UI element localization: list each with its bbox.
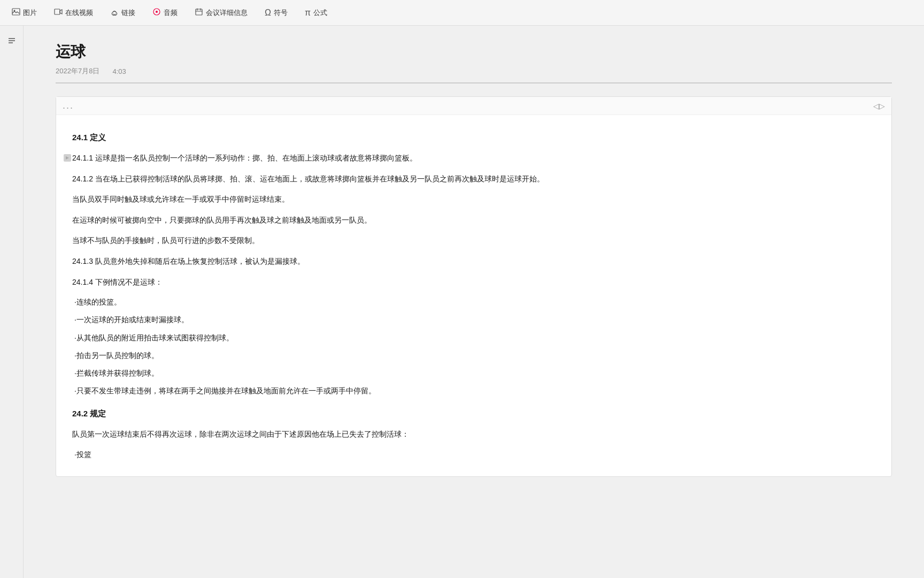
- list-item-2: ·一次运球的开始或结束时漏接球。: [72, 313, 875, 326]
- svg-rect-5: [196, 9, 202, 15]
- svg-rect-0: [12, 9, 20, 15]
- toolbar-video-label: 在线视频: [65, 8, 93, 18]
- formula-icon: π: [305, 8, 311, 18]
- document-meta: 2022年7月8日 4:03: [56, 66, 892, 83]
- toolbar-audio[interactable]: 音频: [149, 5, 181, 20]
- toolbar-image[interactable]: 图片: [9, 5, 40, 20]
- para-throw-air: 在运球的时候可被掷向空中，只要掷球的队员用手再次触及球之前球触及地面或另一队员。: [72, 213, 875, 227]
- video-icon: [54, 7, 63, 18]
- subsection-24-1-1: 24.1.1 运球是指一名队员控制一个活球的一系列动作：掷、拍、在地面上滚动球或…: [72, 151, 875, 165]
- toolbar-meeting-label: 会议详细信息: [206, 8, 248, 18]
- toolbar-link-label: 链接: [121, 8, 135, 18]
- para-dribble-end: 当队员双手同时触及球或允许球在一手或双手中停留时运球结束。: [72, 192, 875, 207]
- toolbar-formula[interactable]: π 公式: [302, 6, 330, 20]
- document-date: 2022年7月8日: [56, 66, 99, 76]
- link-icon: [110, 7, 119, 18]
- section-24-2-heading: 24.2 规定: [72, 406, 875, 421]
- list-item-3: ·从其他队员的附近用拍击球来试图获得控制球。: [72, 331, 875, 345]
- subsection-24-1-1-row: 24.1.1 运球是指一名队员控制一个活球的一系列动作：掷、拍、在地面上滚动球或…: [72, 151, 875, 165]
- para-steps: 当球不与队员的手接触时，队员可行进的步数不受限制。: [72, 233, 875, 248]
- layout: 运球 2022年7月8日 4:03 ... ◁▷ 24.1 定义: [0, 26, 924, 578]
- section-24-1-heading: 24.1 定义: [72, 130, 875, 144]
- document-container: ... ◁▷ 24.1 定义 24.1.1 运球是指一名队员控制一个活球的一系列…: [56, 96, 892, 477]
- svg-rect-2: [55, 9, 60, 14]
- subsection-24-1-4: 24.1.4 下例情况不是运球：: [72, 275, 875, 290]
- document-title: 运球: [56, 42, 892, 62]
- main-content: 运球 2022年7月8日 4:03 ... ◁▷ 24.1 定义: [24, 26, 924, 578]
- subsection-24-1-3: 24.1.3 队员意外地失掉和随后在场上恢复控制活球，被认为是漏接球。: [72, 254, 875, 269]
- list-item-5: ·拦截传球并获得控制球。: [72, 367, 875, 380]
- toolbar: 图片 在线视频 链接 音频: [0, 0, 924, 26]
- doc-top-bar: ... ◁▷: [56, 97, 891, 115]
- doc-top-dots: ...: [63, 100, 74, 111]
- list-item-4: ·拍击另一队员控制的球。: [72, 349, 875, 362]
- toolbar-link[interactable]: 链接: [107, 5, 138, 20]
- list-rule-1: ·投篮: [72, 448, 875, 461]
- doc-expand-btn[interactable]: ◁▷: [873, 102, 885, 110]
- toolbar-meeting[interactable]: 会议详细信息: [191, 5, 251, 20]
- cursor-indicator: [64, 154, 71, 162]
- sidebar-align-btn[interactable]: [3, 32, 20, 49]
- document-time: 4:03: [112, 67, 126, 75]
- sidebar: [0, 26, 24, 578]
- toolbar-image-label: 图片: [23, 8, 37, 18]
- subsection-24-1-2: 24.1.2 当在场上已获得控制活球的队员将球掷、拍、滚、运在地面上，或故意将球…: [72, 172, 875, 186]
- meeting-icon: [195, 7, 203, 18]
- list-item-1: ·连续的投篮。: [72, 295, 875, 309]
- svg-marker-9: [66, 156, 69, 159]
- toolbar-symbol[interactable]: Ω 符号: [261, 6, 291, 20]
- toolbar-audio-label: 音频: [164, 8, 178, 18]
- symbol-icon: Ω: [265, 8, 271, 18]
- toolbar-formula-label: 公式: [313, 8, 327, 18]
- audio-icon: [152, 7, 161, 18]
- list-item-6: ·只要不发生带球走违例，将球在两手之间抛接并在球触及地面前允许在一手或两手中停留…: [72, 384, 875, 398]
- toolbar-symbol-label: 符号: [274, 8, 288, 18]
- document-body: 24.1 定义 24.1.1 运球是指一名队员控制一个活球的一系列动作：掷、拍、…: [56, 115, 891, 476]
- toolbar-video[interactable]: 在线视频: [51, 5, 96, 20]
- svg-point-4: [156, 11, 158, 13]
- rule-1: 队员第一次运球结束后不得再次运球，除非在两次运球之间由于下述原因他在场上已失去了…: [72, 427, 875, 442]
- image-icon: [12, 7, 20, 18]
